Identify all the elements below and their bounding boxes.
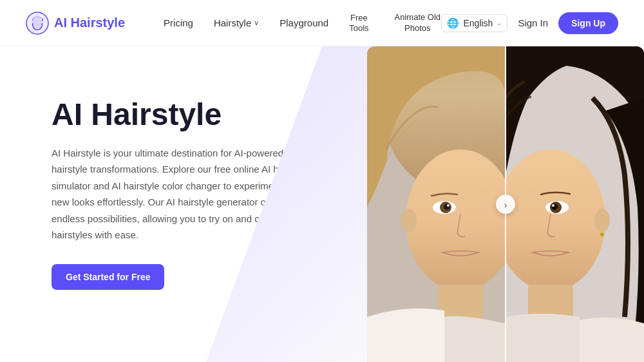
svg-point-20 xyxy=(552,204,554,207)
svg-text:›: › xyxy=(504,200,507,210)
globe-icon: 🌐 xyxy=(447,17,459,29)
logo-text: AI Hairstyle xyxy=(54,15,125,30)
hero-title: AI Hairstyle xyxy=(52,98,303,132)
svg-point-12 xyxy=(447,204,450,207)
language-selector[interactable]: 🌐 English ⌄ xyxy=(441,14,507,32)
logo[interactable]: AI Hairstyle xyxy=(26,12,125,35)
svg-point-7 xyxy=(406,149,515,291)
nav-playground[interactable]: Playground xyxy=(279,17,328,28)
nav-animate-old-photos[interactable]: Animate Old Photos xyxy=(395,12,441,34)
hairstyle-chevron-icon: ∨ xyxy=(254,19,259,27)
main-nav: Pricing Hairstyle ∨ Playground Free Tool… xyxy=(164,12,441,34)
nav-pricing[interactable]: Pricing xyxy=(164,17,193,28)
get-started-button[interactable]: Get Started for Free xyxy=(52,264,164,290)
signup-button[interactable]: Sign Up xyxy=(558,12,618,34)
svg-point-11 xyxy=(444,204,450,210)
language-chevron-icon: ⌄ xyxy=(497,19,502,26)
face-split-image: › xyxy=(367,46,644,362)
header: AI Hairstyle Pricing Hairstyle ∨ Playgro… xyxy=(0,0,644,46)
nav-free-tools[interactable]: Free Tools xyxy=(349,13,368,33)
hero-image: › xyxy=(367,46,644,362)
language-label: English xyxy=(463,18,493,28)
main-content: AI Hairstyle AI Hairstyle is your ultima… xyxy=(0,46,644,362)
svg-point-19 xyxy=(551,204,558,210)
signin-link[interactable]: Sign In xyxy=(518,17,548,28)
nav-hairstyle[interactable]: Hairstyle ∨ xyxy=(214,17,259,28)
header-right: 🌐 English ⌄ Sign In Sign Up xyxy=(441,12,618,34)
svg-point-13 xyxy=(401,209,417,232)
svg-point-15 xyxy=(496,149,605,291)
svg-point-22 xyxy=(600,233,604,236)
logo-icon xyxy=(26,12,49,35)
svg-point-21 xyxy=(594,209,610,232)
